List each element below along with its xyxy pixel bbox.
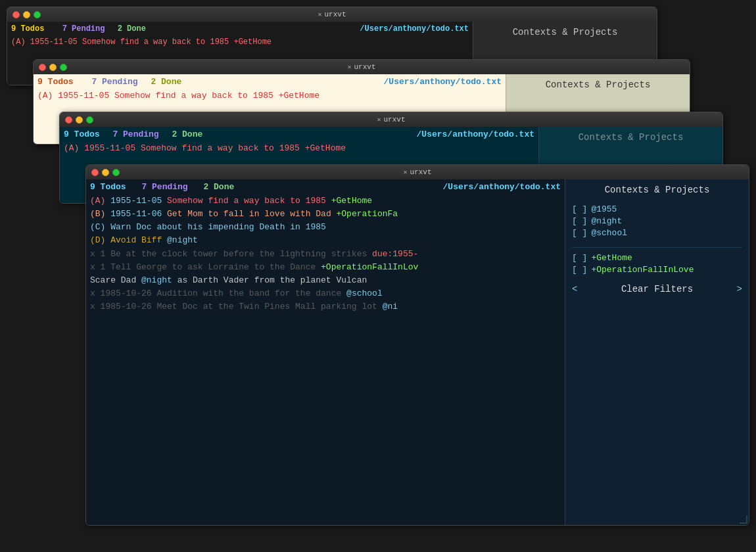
traffic-lights-1[interactable] <box>12 11 41 18</box>
terminal-icon-2: ✕ <box>347 63 351 71</box>
traffic-lights-3[interactable] <box>65 116 93 124</box>
titlebar-3: ✕ urxvt <box>60 112 722 127</box>
maximize-button-4[interactable] <box>112 169 120 176</box>
window-title-1: ✕ urxvt <box>318 11 346 18</box>
context-label-night: @night <box>591 216 622 226</box>
minimize-button-4[interactable] <box>102 169 109 176</box>
minimize-button-3[interactable] <box>76 116 83 124</box>
todo-item-4-4: (D) Avoid Biff @night <box>90 234 561 247</box>
terminal-content-4: 9 Todos 7 Pending 2 Done /Users/anthony/… <box>86 179 565 525</box>
todo-item-4-8: x 1985-10-26 Audition with the band for … <box>90 287 561 300</box>
project-label-operationfalls: +OperationFallInLove <box>591 265 694 275</box>
todo-item-4-9: x 1985-10-26 Meet Doc at the Twin Pines … <box>90 300 561 313</box>
window-title-2: ✕ urxvt <box>347 63 375 71</box>
contexts-section: [ ] @1955 [ ] @night [ ] @school <box>572 204 742 238</box>
project-item-gethome[interactable]: [ ] +GetHome <box>572 253 742 263</box>
clear-filters-row[interactable]: < Clear Filters > <box>572 284 742 294</box>
close-button-3[interactable] <box>65 116 72 124</box>
todo-item-4-3: (C) Warn Doc about his impending Death i… <box>90 221 561 234</box>
arrow-left-icon[interactable]: < <box>572 284 577 294</box>
project-label-gethome: +GetHome <box>591 253 632 263</box>
sidebar-title-3: Contexts & Projects <box>546 132 716 143</box>
context-label-1955: @1955 <box>591 204 617 214</box>
todo-line-3-a: (A) 1955-11-05 Somehow find a way back t… <box>64 142 534 155</box>
sidebar-title-2: Contexts & Projects <box>513 80 683 90</box>
titlebar-2: ✕ urxvt <box>34 60 690 74</box>
todo-item-4-7: Scare Dad @night as Darth Vader from the… <box>90 274 561 287</box>
checkbox-1955[interactable]: [ ] <box>572 204 587 214</box>
resize-handle[interactable] <box>740 516 747 524</box>
terminal-icon-1: ✕ <box>318 11 321 18</box>
checkbox-gethome[interactable]: [ ] <box>572 253 587 263</box>
arrow-right-icon[interactable]: > <box>737 284 742 294</box>
todo-line-2-a: (A) 1955-11-05 Somehow find a way back t… <box>37 89 502 103</box>
checkbox-night[interactable]: [ ] <box>572 216 587 226</box>
close-button-2[interactable] <box>39 64 46 71</box>
sidebar-title-1: Contexts & Projects <box>480 27 650 37</box>
clear-filters-button[interactable]: Clear Filters <box>621 284 693 294</box>
terminal-icon-3: ✕ <box>377 116 381 124</box>
minimize-button-1[interactable] <box>23 11 30 18</box>
traffic-lights-4[interactable] <box>91 169 120 176</box>
titlebar-1: ✕ urxvt <box>7 7 657 22</box>
checkbox-school[interactable]: [ ] <box>572 228 587 238</box>
status-line-1: 9 Todos 7 Pending 2 Done /Users/anthony/… <box>11 24 469 34</box>
close-button-1[interactable] <box>12 11 20 18</box>
projects-section: [ ] +GetHome [ ] +OperationFallInLove <box>572 253 742 275</box>
sidebar-4: Contexts & Projects [ ] @1955 [ ] @night… <box>565 179 749 525</box>
sidebar-divider <box>572 247 742 248</box>
terminal-window-4[interactable]: ✕ urxvt 9 Todos 7 Pending 2 Done /Users/… <box>85 164 749 526</box>
status-line-2: 9 Todos 7 Pending 2 Done /Users/anthony/… <box>37 77 502 87</box>
status-line-4: 9 Todos 7 Pending 2 Done /Users/anthony/… <box>90 182 561 192</box>
context-item-night[interactable]: [ ] @night <box>572 216 742 226</box>
todo-item-4-5: x 1 Be at the clock tower before the lig… <box>90 248 561 261</box>
window-title-4: ✕ urxvt <box>403 168 431 176</box>
context-item-1955[interactable]: [ ] @1955 <box>572 204 742 214</box>
minimize-button-2[interactable] <box>49 64 57 71</box>
maximize-button-1[interactable] <box>34 11 41 18</box>
close-button-4[interactable] <box>91 169 99 176</box>
context-item-school[interactable]: [ ] @school <box>572 228 742 238</box>
todo-item-4-6: x 1 Tell George to ask Lorraine to the D… <box>90 261 561 274</box>
sidebar-title-4: Contexts & Projects <box>572 185 742 195</box>
todo-line-1-a: (A) 1955-11-05 Somehow find a way back t… <box>11 36 469 49</box>
maximize-button-2[interactable] <box>60 64 67 71</box>
context-label-school: @school <box>591 228 627 238</box>
todo-item-4-1: (A) 1955-11-05 Somehow find a way back t… <box>90 195 561 208</box>
status-line-3: 9 Todos 7 Pending 2 Done /Users/anthony/… <box>64 129 534 139</box>
titlebar-4: ✕ urxvt <box>86 165 749 179</box>
maximize-button-3[interactable] <box>86 116 93 124</box>
window-title-3: ✕ urxvt <box>377 116 405 124</box>
traffic-lights-2[interactable] <box>39 64 67 71</box>
checkbox-operationfalls[interactable]: [ ] <box>572 265 587 275</box>
project-item-operationfalls[interactable]: [ ] +OperationFallInLove <box>572 265 742 275</box>
todo-item-4-2: (B) 1955-11-06 Get Mom to fall in love w… <box>90 208 561 221</box>
terminal-icon-4: ✕ <box>403 168 407 176</box>
